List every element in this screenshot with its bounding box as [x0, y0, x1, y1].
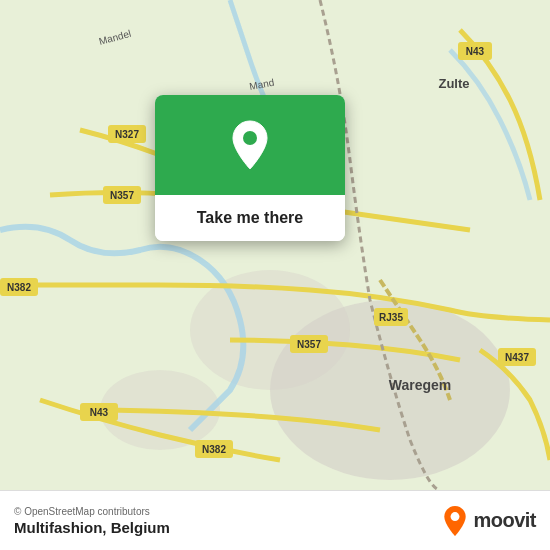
- place-name-text: Multifashion, Belgium: [14, 519, 170, 536]
- svg-text:RJ35: RJ35: [379, 312, 403, 323]
- svg-text:N382: N382: [202, 444, 226, 455]
- moovit-brand-text: moovit: [473, 509, 536, 532]
- bottom-bar: © OpenStreetMap contributors Multifashio…: [0, 490, 550, 550]
- svg-point-27: [451, 512, 460, 521]
- map-background: N43 N327 N357 N382 N43 N382 N357 N437 RJ…: [0, 0, 550, 490]
- svg-text:N43: N43: [90, 407, 109, 418]
- moovit-logo: moovit: [441, 505, 536, 537]
- location-pin-icon: [229, 119, 271, 171]
- svg-text:N327: N327: [115, 129, 139, 140]
- take-me-there-button[interactable]: Take me there: [155, 195, 345, 241]
- take-me-there-label: Take me there: [197, 209, 303, 227]
- map-container: N43 N327 N357 N382 N43 N382 N357 N437 RJ…: [0, 0, 550, 490]
- svg-text:N357: N357: [297, 339, 321, 350]
- svg-text:Zulte: Zulte: [438, 76, 469, 91]
- svg-text:Waregem: Waregem: [389, 377, 452, 393]
- attribution-text: © OpenStreetMap contributors: [14, 506, 170, 517]
- bottom-info: © OpenStreetMap contributors Multifashio…: [14, 506, 170, 536]
- svg-text:N437: N437: [505, 352, 529, 363]
- svg-text:N43: N43: [466, 46, 485, 57]
- svg-point-26: [243, 131, 257, 145]
- popup-card: Take me there: [155, 95, 345, 241]
- moovit-pin-icon: [441, 505, 469, 537]
- svg-text:N357: N357: [110, 190, 134, 201]
- svg-text:N382: N382: [7, 282, 31, 293]
- popup-header: [155, 95, 345, 195]
